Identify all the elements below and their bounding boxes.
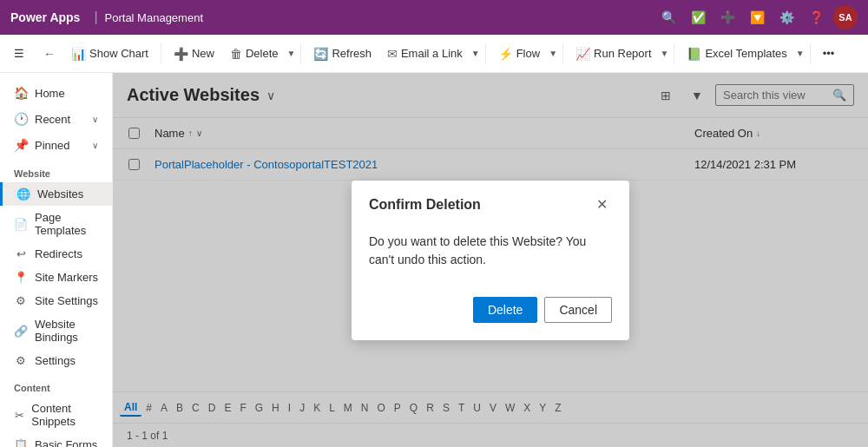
hamburger-button[interactable]: ☰ [7,42,31,66]
sidebar-item-website-bindings[interactable]: 🔗 Website Bindings [0,312,112,349]
sidebar-item-site-markers[interactable]: 📍 Site Markers [0,266,112,289]
home-icon: 🏠 [14,86,28,100]
delete-confirm-button[interactable]: Delete [473,297,537,323]
app-name: Power Apps [10,10,80,24]
section-website-label: Website [0,158,112,182]
filter-icon-btn[interactable]: 🔽 [745,5,769,30]
excel-templates-button[interactable]: 📗 Excel Templates [680,43,793,64]
flow-button[interactable]: ⚡ Flow [491,43,547,64]
cmd-divider-3 [485,43,486,64]
refresh-button[interactable]: 🔄 Refresh [306,43,378,64]
dialog-overlay: Confirm Deletion ✕ Do you want to delete… [113,73,868,447]
redirects-icon: ↩ [14,247,28,260]
dialog-footer: Delete Cancel [352,290,629,340]
sidebar-item-site-settings[interactable]: ⚙ Site Settings [0,289,112,312]
pinned-caret: ∨ [92,141,98,150]
back-button[interactable]: ← [36,43,62,64]
cmd-divider-2 [300,43,301,64]
site-settings-icon: ⚙ [14,294,28,307]
recent-icon: 🕐 [14,112,28,126]
dialog-body: Do you want to delete this Website? You … [352,226,629,290]
recent-caret: ∨ [92,115,98,124]
excel-icon: 📗 [687,47,701,61]
report-caret[interactable]: ▼ [661,49,669,58]
cmd-divider-5 [674,43,674,64]
delete-button[interactable]: 🗑 Delete [223,43,286,64]
search-icon-btn[interactable]: 🔍 [656,5,681,30]
email-link-button[interactable]: ✉ Email a Link [380,43,470,64]
portal-name: Portal Management [105,11,203,24]
avatar[interactable]: SA [833,5,858,30]
more-button[interactable]: ••• [816,43,842,63]
websites-icon: 🌐 [16,187,30,200]
sidebar-item-pinned[interactable]: 📌 Pinned ∨ [0,132,112,158]
dialog-title: Confirm Deletion [369,197,481,213]
settings-icon-btn[interactable]: ⚙️ [774,5,799,30]
page-templates-icon: 📄 [14,218,28,231]
sidebar-item-content-snippets[interactable]: ✂ Content Snippets [0,397,112,433]
delete-caret[interactable]: ▼ [287,49,296,58]
dialog-header: Confirm Deletion ✕ [352,181,629,226]
website-bindings-icon: 🔗 [14,325,28,338]
dialog-close-button[interactable]: ✕ [591,194,612,215]
top-bar-icons: 🔍 ✅ ➕ 🔽 ⚙️ ❓ SA [656,5,858,30]
app-divider: | [94,10,97,25]
new-icon: ➕ [174,47,188,61]
sidebar-item-page-templates[interactable]: 📄 Page Templates [0,206,112,242]
email-caret[interactable]: ▼ [471,49,480,58]
help-icon-btn[interactable]: ❓ [804,5,828,30]
dialog-message: Do you want to delete this Website? You … [369,234,586,266]
run-report-button[interactable]: 📈 Run Report [569,43,658,64]
command-bar: ☰ ← 📊 Show Chart ➕ New 🗑 Delete ▼ 🔄 Refr… [0,35,868,73]
delete-icon: 🗑 [230,47,242,61]
flow-icon: ⚡ [498,47,513,61]
more-icon: ••• [823,47,835,60]
top-bar: Power Apps | Portal Management 🔍 ✅ ➕ 🔽 ⚙… [0,0,868,35]
section-content-label: Content [0,372,112,397]
sidebar-item-websites[interactable]: 🌐 Websites [0,182,112,206]
cmd-divider-6 [810,43,811,64]
sidebar-item-settings[interactable]: ⚙ Settings [0,349,112,372]
sidebar-item-redirects[interactable]: ↩ Redirects [0,242,112,266]
email-icon: ✉ [387,47,398,61]
excel-caret[interactable]: ▼ [796,49,805,58]
sidebar-item-basic-forms[interactable]: 📋 Basic Forms [0,433,112,447]
flow-caret[interactable]: ▼ [549,49,557,58]
cancel-button[interactable]: Cancel [544,297,612,323]
report-icon: 📈 [575,47,590,61]
sidebar-item-recent[interactable]: 🕐 Recent ∨ [0,106,112,132]
sidebar: 🏠 Home 🕐 Recent ∨ 📌 Pinned ∨ Website 🌐 W… [0,73,113,447]
settings-icon: ⚙ [14,354,28,367]
back-icon: ← [43,47,56,61]
content-snippets-icon: ✂ [14,409,24,422]
refresh-icon: 🔄 [313,47,328,61]
cmd-divider-4 [562,43,563,64]
basic-forms-icon: 📋 [14,438,28,447]
add-icon-btn[interactable]: ➕ [715,5,740,30]
chart-icon: 📊 [71,47,86,61]
pinned-icon: 📌 [14,138,28,152]
site-markers-icon: 📍 [14,271,28,284]
new-button[interactable]: ➕ New [167,43,221,64]
main-layout: 🏠 Home 🕐 Recent ∨ 📌 Pinned ∨ Website 🌐 W… [0,73,868,447]
confirm-deletion-dialog: Confirm Deletion ✕ Do you want to delete… [352,181,629,340]
show-chart-button[interactable]: 📊 Show Chart [64,43,155,64]
content-area: Active Websites ∨ ⊞ ▼ 🔍 Name ↑ ∨ [113,73,868,447]
sidebar-item-home[interactable]: 🏠 Home [0,80,112,106]
cmd-divider-1 [161,43,161,64]
check-icon-btn[interactable]: ✅ [686,5,710,30]
